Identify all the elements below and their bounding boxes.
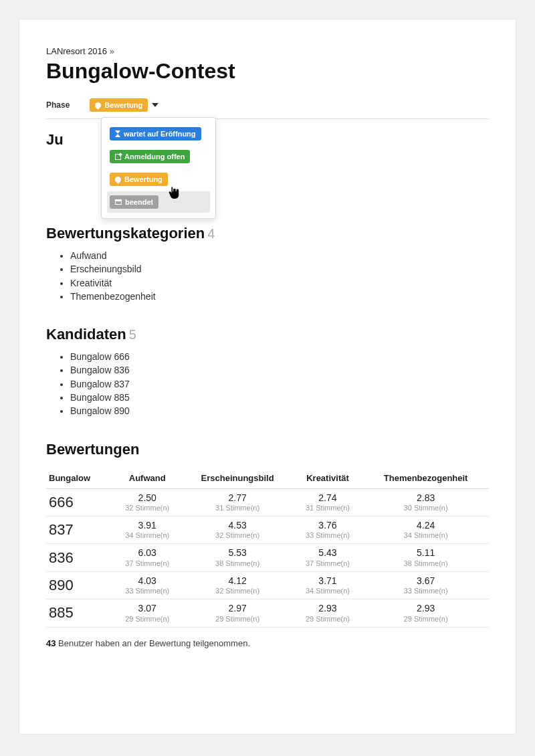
phase-option-label: Bewertung [124,174,163,185]
table-row: 8366.0337 Stimme(n)5.5338 Stimme(n)5.433… [46,544,489,571]
list-item: Aufwand [70,249,489,262]
ratings-heading: Bewertungen [46,441,489,458]
ratings-col-3: Kreativität [293,468,363,489]
rating-cell: 4.5332 Stimme(n) [182,516,292,544]
table-row: 8904.0333 Stimme(n)4.1232 Stimme(n)3.713… [46,571,489,599]
list-item: Bungalow 890 [70,404,489,417]
rating-cell: 6.0337 Stimme(n) [112,544,183,571]
phase-option-badge: beendet [110,195,158,209]
phase-option-label: Anmeldung offen [124,151,185,162]
rating-cell: 3.9134 Stimme(n) [112,516,183,544]
rating-cell: 4.0333 Stimme(n) [112,571,183,599]
row-id: 837 [46,516,112,544]
rating-cell: 3.0729 Stimme(n) [112,599,183,627]
phase-option-badge: Anmeldung offen [110,150,190,163]
table-row: 6662.5032 Stimme(n)2.7731 Stimme(n)2.743… [46,488,489,516]
content-card: LANresort 2016 » Bungalow-Contest Phase … [19,19,516,735]
categories-heading: Bewertungskategorien4 [46,225,489,242]
phase-option-2[interactable]: Bewertung [107,169,210,190]
rating-cell: 4.2434 Stimme(n) [362,516,489,544]
row-id: 666 [46,488,112,516]
rating-cell: 5.1138 Stimme(n) [362,544,489,571]
hourglass-icon [115,130,120,137]
edit-icon [115,154,121,160]
chevron-down-icon [152,103,158,107]
categories-list: AufwandErscheinungsbildKreativitätThemen… [46,249,489,303]
list-item: Bungalow 836 [70,363,489,377]
phase-dropdown-trigger[interactable]: Bewertung [90,98,158,112]
comment-icon [114,175,122,184]
table-row: 8373.9134 Stimme(n)4.5332 Stimme(n)3.763… [46,516,489,544]
ratings-col-2: Erscheinungsbild [182,468,292,489]
rating-cell: 3.7134 Stimme(n) [293,571,363,599]
rating-cell: 2.9729 Stimme(n) [182,599,292,627]
table-row: 8853.0729 Stimme(n)2.9729 Stimme(n)2.932… [46,599,489,627]
rating-cell: 2.7731 Stimme(n) [182,488,292,516]
phase-option-badge: Bewertung [110,173,168,186]
rating-cell: 3.6733 Stimme(n) [362,571,489,599]
list-item: Erscheinungsbild [70,262,489,276]
comment-icon [94,101,102,110]
breadcrumb: LANresort 2016 » [46,46,489,56]
ratings-col-1: Aufwand [112,468,183,489]
list-item: Kreativität [70,276,489,290]
rating-cell: 2.9329 Stimme(n) [362,599,489,627]
archive-icon [115,199,122,205]
ratings-col-0: Bungalow [46,468,112,489]
breadcrumb-separator: » [110,46,114,56]
rating-cell: 4.1232 Stimme(n) [182,571,292,599]
phase-option-0[interactable]: wartet auf Eröffnung [107,123,210,145]
phase-label: Phase [46,100,70,110]
list-item: Bungalow 666 [70,350,489,363]
phase-option-3[interactable]: beendet [107,191,210,213]
rating-cell: 2.7431 Stimme(n) [293,488,363,516]
row-id: 890 [46,571,112,599]
phase-current-badge: Bewertung [90,98,148,112]
rating-cell: 2.5032 Stimme(n) [112,488,183,516]
rating-cell: 2.8330 Stimme(n) [362,488,489,516]
list-item: Themenbezogenheit [70,290,489,303]
rating-cell: 5.5338 Stimme(n) [182,544,292,571]
candidates-list: Bungalow 666Bungalow 836Bungalow 837Bung… [46,350,489,417]
phase-option-badge: wartet auf Eröffnung [110,127,201,140]
rating-cell: 5.4337 Stimme(n) [293,544,363,571]
candidates-heading: Kandidaten5 [46,326,489,343]
phase-option-1[interactable]: Anmeldung offen [107,146,210,167]
phase-dropdown-menu: wartet auf EröffnungAnmeldung offenBewer… [101,117,216,219]
list-item: Bungalow 885 [70,391,489,404]
row-id: 836 [46,544,112,571]
participation-footnote: 43 Benutzer haben an der Bewertung teilg… [46,638,489,648]
phase-option-label: beendet [125,197,153,207]
page-title: Bungalow-Contest [46,59,489,84]
phase-row: Phase Bewertung wartet auf EröffnungAnme… [46,98,489,119]
row-id: 885 [46,599,112,627]
list-item: Bungalow 837 [70,377,489,391]
ratings-table: BungalowAufwandErscheinungsbildKreativit… [46,468,489,628]
rating-cell: 3.7633 Stimme(n) [293,516,363,544]
phase-option-label: wartet auf Eröffnung [124,128,196,139]
rating-cell: 2.9329 Stimme(n) [293,599,363,627]
breadcrumb-parent-link[interactable]: LANresort 2016 [46,46,107,56]
ratings-col-4: Themenbezogenheit [362,468,489,489]
